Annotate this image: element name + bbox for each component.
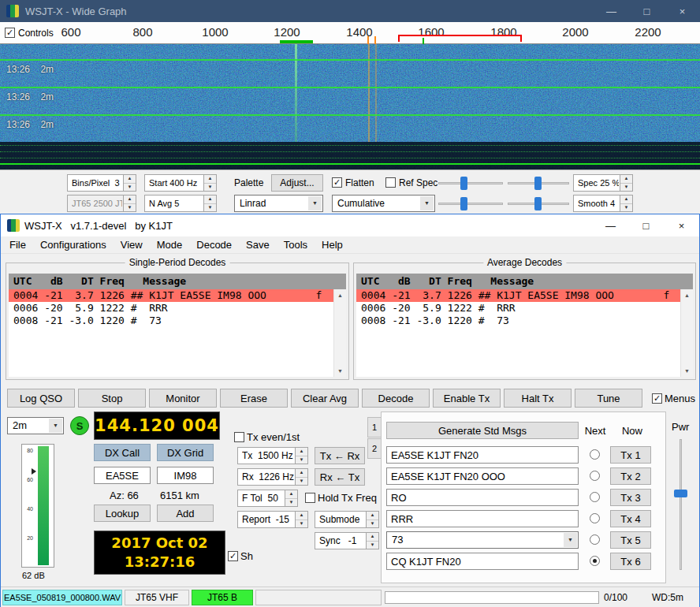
minimize-icon[interactable]: — [593,214,628,236]
sh-checkbox[interactable]: ✓ [228,551,238,561]
menu-mode[interactable]: Mode [150,236,190,253]
close-icon[interactable]: × [665,0,700,22]
f-tol-spinner[interactable]: F Tol 50 ▲▼ [237,490,298,507]
scrollbar[interactable]: ▲ ▼ [680,289,693,377]
rx-from-tx-button[interactable]: Rx ← Tx [315,468,365,486]
spin-down-icon[interactable]: ▼ [204,184,216,192]
halt-tx-button[interactable]: Halt Tx [504,389,572,408]
tx2-now-button[interactable]: Tx 2 [610,467,651,485]
tx3-now-button[interactable]: Tx 3 [610,489,651,506]
decode-row[interactable]: 0006 -20 5.9 1222 # RRR [9,302,346,315]
report-spinner[interactable]: Report -15 ▲▼ [237,511,308,528]
tx3-message-field[interactable]: RO [386,489,579,506]
decode-row[interactable]: 0006 -20 5.9 1222 # RRR [356,302,693,315]
main-titlebar[interactable]: WSJT-X v1.7.1-devel by K1JT — □ × [1,214,699,236]
tune-button[interactable]: Tune [575,389,642,408]
tx6-next-radio[interactable] [590,556,600,566]
tx1-message-field[interactable]: EA5SE K1JT FN20 [386,446,579,464]
spin-up-icon[interactable]: ▲ [367,512,378,520]
spin-down-icon[interactable]: ▼ [204,204,216,212]
scroll-down-icon[interactable]: ▼ [681,365,693,377]
menu-save[interactable]: Save [239,236,277,253]
tx5-next-radio[interactable] [590,534,600,545]
decode-row[interactable]: 0004 -21 3.7 1226 ## K1JT EA5SE IM98 OOO… [9,289,346,302]
slider-handle[interactable] [460,177,467,190]
tx2-next-radio[interactable] [590,471,600,481]
spin-down-icon[interactable]: ▼ [620,184,632,192]
spin-up-icon[interactable]: ▲ [285,490,297,499]
spin-down-icon[interactable]: ▼ [296,478,307,486]
sync-spinner[interactable]: Sync -1 ▲▼ [315,532,379,549]
erase-button[interactable]: Erase [220,389,288,408]
spin-down-icon[interactable]: ▼ [367,520,378,528]
menu-configurations[interactable]: Configurations [33,236,114,253]
lookup-button[interactable]: Lookup [94,505,151,522]
chevron-down-icon[interactable]: ▼ [420,196,434,210]
frequency-display[interactable]: 144.120 004 [94,411,220,440]
menu-help[interactable]: Help [315,236,350,253]
spin-up-icon[interactable]: ▲ [296,512,307,520]
dx-grid-button[interactable]: DX Grid [157,444,214,461]
zero-slider-1[interactable] [508,174,569,192]
slider-handle[interactable] [534,177,542,190]
monitor-button[interactable]: Monitor [149,389,217,408]
smooth-spinner[interactable]: Smooth 4 ▲▼ [573,195,633,212]
spin-up-icon[interactable]: ▲ [204,196,216,204]
maximize-icon[interactable]: □ [629,0,665,22]
tx4-now-button[interactable]: Tx 4 [610,510,651,527]
spin-up-icon[interactable]: ▲ [124,175,136,184]
decode-button[interactable]: Decode [362,389,430,408]
minimize-icon[interactable]: — [594,0,629,22]
spin-down-icon[interactable]: ▼ [124,184,136,192]
flatten-checkbox[interactable]: ✓ [332,177,342,188]
menu-view[interactable]: View [114,236,150,253]
tx-band-marker[interactable] [398,35,522,36]
tx6-now-button[interactable]: Tx 6 [610,553,651,570]
slider-handle[interactable] [534,197,542,210]
spin-up-icon[interactable]: ▲ [620,175,632,184]
generate-std-msgs-button[interactable]: Generate Std Msgs [386,422,579,439]
rx-freq-spinner[interactable]: Rx 1226 Hz ▲▼ [237,468,308,486]
dx-grid-field[interactable]: IM98 [157,467,214,484]
dx-call-button[interactable]: DX Call [94,444,151,461]
spin-down-icon[interactable]: ▼ [367,542,378,549]
menu-tools[interactable]: Tools [277,236,315,253]
wide-graph-titlebar[interactable]: WSJT-X - Wide Graph — □ × [0,0,700,22]
slider-handle[interactable] [460,197,467,210]
submode-spinner[interactable]: Submode B ▲▼ [315,511,379,528]
menu-file[interactable]: File [2,236,33,253]
menus-checkbox[interactable]: ✓ [652,393,662,404]
stop-button[interactable]: Stop [78,389,146,408]
chevron-down-icon[interactable]: ▼ [564,533,577,547]
start-freq-spinner[interactable]: Start 400 Hz ▲▼ [144,174,217,192]
spec-spinner[interactable]: Spec 25 % ▲▼ [573,174,633,192]
spin-down-icon[interactable]: ▼ [296,456,307,464]
spectrum-mode-select[interactable]: Cumulative ▼ [332,195,435,212]
tx2-message-field[interactable]: EA5SE K1JT FN20 OOO [386,467,579,485]
gain-slider-2[interactable] [438,195,503,212]
hold-tx-freq-checkbox[interactable] [305,493,315,503]
ref-spec-checkbox[interactable] [385,177,396,188]
tx6-message-field[interactable]: CQ K1JT FN20 [386,553,579,570]
tx5-message-combo[interactable]: 73 ▼ [386,531,579,549]
tx5-now-button[interactable]: Tx 5 [610,531,651,549]
spin-up-icon[interactable]: ▲ [296,469,307,478]
add-button[interactable]: Add [157,505,214,522]
controls-checkbox[interactable]: ✓ [5,28,15,38]
band-select[interactable]: 2m ▼ [7,417,64,434]
gain-slider-1[interactable] [438,174,503,192]
spin-down-icon[interactable]: ▼ [620,204,632,212]
tx1-now-button[interactable]: Tx 1 [610,446,651,464]
close-icon[interactable]: × [664,214,699,236]
tx-from-rx-button[interactable]: Tx ← Rx [315,447,365,464]
scroll-up-icon[interactable]: ▲ [334,289,346,301]
palette-select[interactable]: Linrad ▼ [234,195,323,212]
spin-up-icon[interactable]: ▲ [620,196,632,204]
tx-freq-spinner[interactable]: Tx 1500 Hz ▲▼ [237,447,308,464]
decode-row[interactable]: 0004 -21 3.7 1226 ## K1JT EA5SE IM98 OOO… [356,289,693,302]
rx-freq-marker[interactable] [280,40,313,43]
tx1-next-radio[interactable] [590,449,600,460]
tx3-next-radio[interactable] [590,492,600,502]
scrollbar[interactable]: ▲ ▼ [333,289,346,377]
bins-pixel-spinner[interactable]: Bins/Pixel 3 ▲▼ [67,174,136,192]
